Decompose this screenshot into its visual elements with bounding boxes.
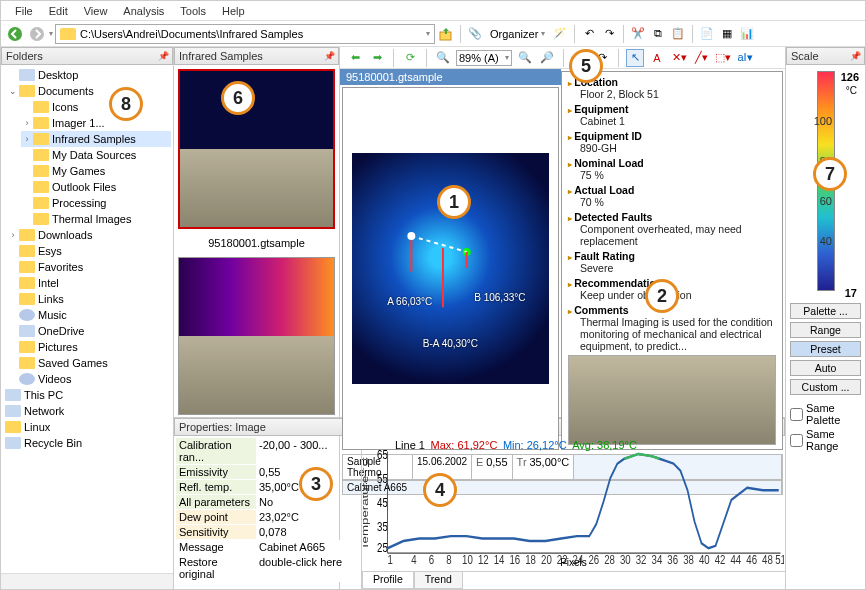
clip-icon[interactable]: 📎 bbox=[466, 25, 484, 43]
pv[interactable]: double-click here bbox=[256, 555, 359, 582]
svg-text:46: 46 bbox=[746, 551, 757, 566]
menu-help[interactable]: Help bbox=[214, 3, 253, 19]
thumb-item[interactable] bbox=[178, 69, 335, 229]
chart-icon[interactable]: 📊 bbox=[738, 25, 756, 43]
tree-network[interactable]: Network bbox=[24, 405, 64, 417]
tree-documents[interactable]: Documents bbox=[38, 85, 94, 97]
svg-text:1: 1 bbox=[388, 551, 393, 566]
tree-item[interactable]: Linux bbox=[24, 421, 50, 433]
tree-item[interactable]: My Data Sources bbox=[52, 149, 136, 161]
profile-svg: Temperature °C 6555453525 14681012141618… bbox=[363, 437, 784, 570]
report-icon[interactable]: 📄 bbox=[698, 25, 716, 43]
menu-view[interactable]: View bbox=[76, 3, 116, 19]
preset-button[interactable]: Preset bbox=[790, 341, 861, 357]
svg-text:42: 42 bbox=[715, 551, 726, 566]
meta-equipid-value: 890-GH bbox=[568, 142, 776, 154]
svg-text:40: 40 bbox=[699, 551, 710, 566]
wand-icon[interactable]: 🪄 bbox=[551, 25, 569, 43]
tree-item[interactable]: Esys bbox=[38, 245, 62, 257]
tree-item[interactable]: Intel bbox=[38, 277, 59, 289]
undo-icon[interactable]: ↶ bbox=[580, 25, 598, 43]
copy-icon[interactable]: ⧉ bbox=[649, 25, 667, 43]
pk: Message bbox=[176, 540, 256, 555]
tree-item[interactable]: Downloads bbox=[38, 229, 92, 241]
svg-text:32: 32 bbox=[636, 551, 647, 566]
organizer-button[interactable]: Organizer ▾ bbox=[486, 27, 549, 41]
zoom-in-icon[interactable]: 🔍 bbox=[516, 49, 534, 67]
meta-location-label: Location bbox=[568, 76, 776, 88]
folder-icon bbox=[33, 101, 49, 113]
rect-tool-icon[interactable]: ⬚▾ bbox=[714, 49, 732, 67]
menu-file[interactable]: File bbox=[7, 3, 41, 19]
tree-item[interactable]: My Games bbox=[52, 165, 105, 177]
tab-profile[interactable]: Profile bbox=[362, 572, 414, 589]
h-scrollbar[interactable] bbox=[1, 573, 173, 589]
meta-equipment-value: Cabinet 1 bbox=[568, 115, 776, 127]
grid-icon[interactable]: ▦ bbox=[718, 25, 736, 43]
range-button[interactable]: Range bbox=[790, 322, 861, 338]
tree-item[interactable]: Thermal Images bbox=[52, 213, 131, 225]
thermal-image[interactable]: A 66,03°C B 106,33°C B-A 40,30°C bbox=[342, 87, 559, 450]
pv[interactable]: 23,02°C bbox=[256, 510, 359, 525]
tree-recycle[interactable]: Recycle Bin bbox=[24, 437, 82, 449]
palette-button[interactable]: Palette ... bbox=[790, 303, 861, 319]
redo-icon[interactable]: ↷ bbox=[600, 25, 618, 43]
tree-item[interactable]: Imager 1... bbox=[52, 117, 105, 129]
profile-chart[interactable]: Line 1 Max: 61,92°C Min: 26,12°C Avg: 38… bbox=[363, 437, 784, 570]
tree-item[interactable]: Pictures bbox=[38, 341, 78, 353]
nav-fwd-icon[interactable] bbox=[27, 24, 47, 44]
props-title: Properties: Image bbox=[179, 421, 266, 433]
menu-edit[interactable]: Edit bbox=[41, 3, 76, 19]
folder-up-icon[interactable] bbox=[437, 25, 455, 43]
folder-icon bbox=[60, 28, 76, 40]
tree-item[interactable]: Processing bbox=[52, 197, 106, 209]
auto-button[interactable]: Auto bbox=[790, 360, 861, 376]
prev-image-icon[interactable]: ⬅ bbox=[346, 49, 364, 67]
line-tool-icon[interactable]: ╱▾ bbox=[692, 49, 710, 67]
zoom-out-btn[interactable]: 🔍 bbox=[434, 49, 452, 67]
tree-item[interactable]: Outlook Files bbox=[52, 181, 116, 193]
profile-legend: Line 1 Max: 61,92°C Min: 26,12°C Avg: 38… bbox=[395, 439, 637, 451]
tree-item[interactable]: Icons bbox=[52, 101, 78, 113]
annot-x-icon[interactable]: ✕▾ bbox=[670, 49, 688, 67]
refresh-icon[interactable]: ⟳ bbox=[401, 49, 419, 67]
tab-trend[interactable]: Trend bbox=[414, 572, 463, 589]
nav-back-icon[interactable] bbox=[5, 24, 25, 44]
pv[interactable]: Cabinet A665 bbox=[256, 540, 359, 555]
cut-icon[interactable]: ✂️ bbox=[629, 25, 647, 43]
tree-item[interactable]: Music bbox=[38, 309, 67, 321]
paste-icon[interactable]: 📋 bbox=[669, 25, 687, 43]
pin-icon[interactable]: 📌 bbox=[850, 51, 860, 61]
xaxis-label: Pixels bbox=[560, 557, 587, 568]
pin-icon[interactable]: 📌 bbox=[324, 51, 334, 61]
pin-icon[interactable]: 📌 bbox=[158, 51, 168, 61]
tree-thispc[interactable]: This PC bbox=[24, 389, 63, 401]
menu-bar: File Edit View Analysis Tools Help bbox=[1, 1, 865, 21]
tree-item[interactable]: Saved Games bbox=[38, 357, 108, 369]
same-range-check[interactable]: Same Range bbox=[790, 428, 861, 452]
tree-desktop[interactable]: Desktop bbox=[38, 69, 78, 81]
custom-button[interactable]: Custom ... bbox=[790, 379, 861, 395]
zoom-fit-icon[interactable]: 🔎 bbox=[538, 49, 556, 67]
thumb-thermal-icon bbox=[180, 71, 333, 149]
metadata-block: LocationFloor 2, Block 51 EquipmentCabin… bbox=[561, 71, 783, 450]
folder-tree[interactable]: Desktop ⌄Documents Icons ›Imager 1... ›I… bbox=[1, 65, 173, 573]
same-palette-check[interactable]: Same Palette bbox=[790, 402, 861, 426]
text-tool-icon[interactable]: aI▾ bbox=[736, 49, 754, 67]
path-input[interactable]: C:\Users\Andrei\Documents\Infrared Sampl… bbox=[55, 24, 435, 44]
zoom-combo[interactable]: 89% (A)▾ bbox=[456, 50, 512, 66]
annot-a-icon[interactable]: A bbox=[648, 49, 666, 67]
thumb-item[interactable] bbox=[178, 257, 335, 415]
pv[interactable]: 0,078 bbox=[256, 525, 359, 540]
tree-item[interactable]: OneDrive bbox=[38, 325, 84, 337]
menu-analysis[interactable]: Analysis bbox=[115, 3, 172, 19]
tree-item[interactable]: Videos bbox=[38, 373, 71, 385]
tree-infrared-samples[interactable]: Infrared Samples bbox=[52, 133, 136, 145]
tree-item[interactable]: Links bbox=[38, 293, 64, 305]
menu-tools[interactable]: Tools bbox=[172, 3, 214, 19]
svg-text:45: 45 bbox=[377, 495, 388, 510]
next-image-icon[interactable]: ➡ bbox=[368, 49, 386, 67]
folder-icon bbox=[33, 181, 49, 193]
tree-item[interactable]: Favorites bbox=[38, 261, 83, 273]
cursor-icon[interactable]: ↖ bbox=[626, 49, 644, 67]
